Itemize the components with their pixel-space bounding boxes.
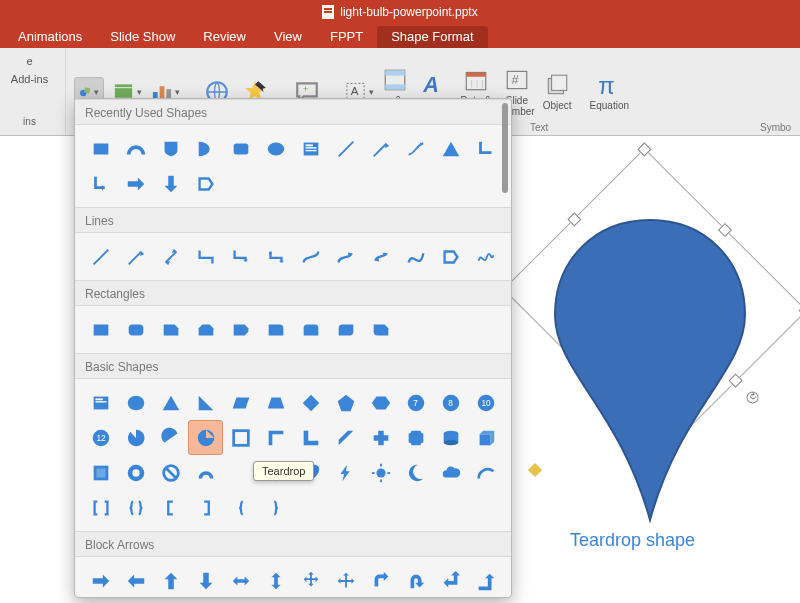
shape-heptagon[interactable]: 7 <box>398 385 433 420</box>
shape-shield[interactable] <box>153 131 188 166</box>
shape-chord[interactable] <box>153 420 188 455</box>
shape-diag-stripe[interactable] <box>328 420 363 455</box>
arrow-right[interactable] <box>83 563 118 598</box>
arrow-updown[interactable] <box>258 563 293 598</box>
shape-moon[interactable] <box>398 455 433 490</box>
curve-freeform[interactable] <box>398 239 433 274</box>
shape-no[interactable] <box>153 455 188 490</box>
elbow-double[interactable] <box>258 239 293 274</box>
curve-arrow[interactable] <box>328 239 363 274</box>
tab-slide-show[interactable]: Slide Show <box>96 26 189 48</box>
shape-freeform[interactable] <box>188 166 223 201</box>
shape-right-triangle[interactable] <box>188 385 223 420</box>
shape-teardrop[interactable] <box>188 420 223 455</box>
shape-left-brace[interactable] <box>223 490 258 525</box>
shape-diamond[interactable] <box>293 385 328 420</box>
freeform[interactable] <box>433 239 468 274</box>
shape-lightning[interactable] <box>328 455 363 490</box>
arrow-left[interactable] <box>118 563 153 598</box>
line-1[interactable] <box>83 239 118 274</box>
arrow-tri[interactable] <box>328 563 363 598</box>
shape-pie[interactable] <box>118 420 153 455</box>
rect-round2[interactable] <box>293 312 328 347</box>
shape-can[interactable] <box>433 420 468 455</box>
rect[interactable] <box>83 312 118 347</box>
elbow-connector-arrow[interactable] <box>223 239 258 274</box>
object-button[interactable]: Object <box>543 72 572 111</box>
teardrop-shape-on-canvas[interactable] <box>540 210 760 490</box>
rect-round[interactable] <box>118 312 153 347</box>
tab-shape-format[interactable]: Shape Format <box>377 26 487 48</box>
shape-elbow1[interactable] <box>468 131 503 166</box>
shape-pentagon[interactable] <box>328 385 363 420</box>
section-basic: Basic Shapes <box>75 353 511 379</box>
shape-line[interactable] <box>328 131 363 166</box>
shape-cube[interactable] <box>468 420 503 455</box>
shape-cloud[interactable] <box>433 455 468 490</box>
scribble[interactable] <box>468 239 503 274</box>
shape-frame[interactable] <box>223 420 258 455</box>
rect-round-diag[interactable] <box>328 312 363 347</box>
arrow-quad[interactable] <box>293 563 328 598</box>
tab-view[interactable]: View <box>260 26 316 48</box>
shape-cross[interactable] <box>363 420 398 455</box>
arrow-uturn[interactable] <box>398 563 433 598</box>
line-double-arrow[interactable] <box>153 239 188 274</box>
elbow-connector[interactable] <box>188 239 223 274</box>
shape-right-brace[interactable] <box>258 490 293 525</box>
shape-connector[interactable] <box>398 131 433 166</box>
tab-review[interactable]: Review <box>189 26 260 48</box>
shape-folded-corner[interactable]: Teardrop <box>223 455 258 490</box>
shape-textbox2[interactable] <box>83 385 118 420</box>
shape-elbow2[interactable] <box>83 166 118 201</box>
shape-oval[interactable] <box>258 131 293 166</box>
shape-right-bracket[interactable] <box>188 490 223 525</box>
rect-round1[interactable] <box>258 312 293 347</box>
shape-decagon[interactable]: 10 <box>468 385 503 420</box>
rect-snip3[interactable] <box>223 312 258 347</box>
curve-double[interactable] <box>363 239 398 274</box>
shape-plaque[interactable] <box>398 420 433 455</box>
arrow-down[interactable] <box>188 563 223 598</box>
addins-mid[interactable]: Add-ins <box>11 70 48 88</box>
shape-line-arrow[interactable] <box>363 131 398 166</box>
shape-donut[interactable] <box>118 455 153 490</box>
shape-half-circle[interactable] <box>188 131 223 166</box>
shape-double-bracket[interactable] <box>83 490 118 525</box>
equation-button[interactable]: π Equation <box>590 72 629 111</box>
arrow-left-up[interactable] <box>433 563 468 598</box>
shape-l[interactable] <box>293 420 328 455</box>
tab-fppt[interactable]: FPPT <box>316 26 377 48</box>
shape-dodecagon[interactable]: 12 <box>83 420 118 455</box>
rect-snip1[interactable] <box>153 312 188 347</box>
curve-connector[interactable] <box>293 239 328 274</box>
shape-left-bracket[interactable] <box>153 490 188 525</box>
shape-right-arrow[interactable] <box>118 166 153 201</box>
shape-bevel[interactable] <box>83 455 118 490</box>
shape-hexagon[interactable] <box>363 385 398 420</box>
shape-parallelogram[interactable] <box>223 385 258 420</box>
arrow-up[interactable] <box>153 563 188 598</box>
line-arrow[interactable] <box>118 239 153 274</box>
shape-triangle2[interactable] <box>153 385 188 420</box>
arrow-leftright[interactable] <box>223 563 258 598</box>
shape-trapezoid[interactable] <box>258 385 293 420</box>
arrow-bent-up[interactable] <box>468 563 503 598</box>
shape-octagon[interactable]: 8 <box>433 385 468 420</box>
shape-rectangle[interactable] <box>83 131 118 166</box>
shape-textbox[interactable] <box>293 131 328 166</box>
shape-arc[interactable] <box>118 131 153 166</box>
shape-block-arc[interactable] <box>188 455 223 490</box>
shape-rounded-rect[interactable] <box>223 131 258 166</box>
rect-snip-round[interactable] <box>363 312 398 347</box>
shape-down-arrow[interactable] <box>153 166 188 201</box>
shape-sun[interactable] <box>363 455 398 490</box>
shape-oval2[interactable] <box>118 385 153 420</box>
arrow-bent[interactable] <box>363 563 398 598</box>
shape-triangle[interactable] <box>433 131 468 166</box>
shape-double-brace[interactable] <box>118 490 153 525</box>
shape-arc2[interactable] <box>468 455 503 490</box>
tab-animations[interactable]: Animations <box>4 26 96 48</box>
shape-half-frame[interactable] <box>258 420 293 455</box>
rect-snip2[interactable] <box>188 312 223 347</box>
